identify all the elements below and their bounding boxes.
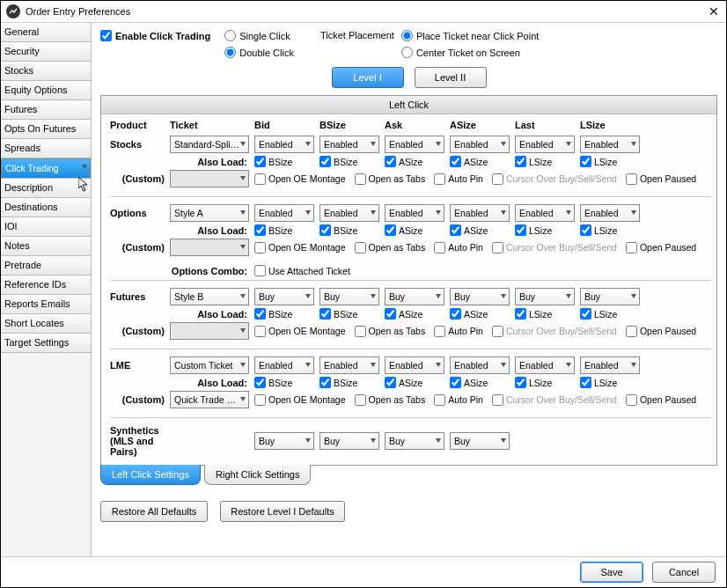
checkbox-asize[interactable]: ASize xyxy=(450,308,510,320)
select[interactable]: Enabled xyxy=(515,356,575,374)
checkbox-cursor-over-buy/sell/send[interactable]: Cursor Over Buy/Sell/Send xyxy=(492,242,617,254)
checkbox-open-oe-montage[interactable]: Open OE Montage xyxy=(254,394,346,406)
checkbox-open-oe-montage[interactable]: Open OE Montage xyxy=(254,173,346,185)
select[interactable]: Custom Ticket xyxy=(170,356,249,374)
select[interactable]: Standard-Spli… xyxy=(170,136,249,153)
tab-right-click[interactable]: Right Click Settings xyxy=(204,465,311,485)
select[interactable]: Enabled xyxy=(385,356,444,374)
save-button[interactable]: Save xyxy=(580,562,643,583)
checkbox-bsize[interactable]: BSize xyxy=(254,377,314,388)
checkbox-bsize[interactable]: BSize xyxy=(254,224,314,236)
select[interactable]: Enabled xyxy=(580,136,640,153)
sidebar-item-spreads[interactable]: Spreads xyxy=(1,139,91,158)
checkbox-asize[interactable]: ASize xyxy=(385,156,444,167)
checkbox-open-oe-montage[interactable]: Open OE Montage xyxy=(254,242,346,254)
sidebar-item-equity-options[interactable]: Equity Options xyxy=(1,81,91,100)
checkbox-lsize[interactable]: LSize xyxy=(515,377,575,388)
single-click-radio[interactable]: Single Click xyxy=(224,30,294,41)
checkbox-open-as-tabs[interactable]: Open as Tabs xyxy=(355,173,426,185)
select[interactable]: Enabled xyxy=(319,204,379,222)
select[interactable]: Buy xyxy=(319,432,379,450)
double-click-radio[interactable]: Double Click xyxy=(224,47,294,58)
checkbox-lsize[interactable]: LSize xyxy=(580,377,640,388)
checkbox-lsize[interactable]: LSize xyxy=(580,308,640,320)
select[interactable]: Style B xyxy=(170,288,249,305)
checkbox-asize[interactable]: ASize xyxy=(450,377,510,388)
select[interactable]: Enabled xyxy=(254,204,314,222)
select[interactable]: Enabled xyxy=(385,204,444,222)
select[interactable]: Enabled xyxy=(515,136,575,153)
sidebar-item-futures[interactable]: Futures xyxy=(1,100,91,120)
checkbox-cursor-over-buy/sell/send[interactable]: Cursor Over Buy/Sell/Send xyxy=(492,394,617,406)
checkbox-bsize[interactable]: BSize xyxy=(319,156,379,167)
checkbox-bsize[interactable]: BSize xyxy=(319,308,379,320)
enable-checkbox[interactable] xyxy=(100,30,112,41)
level-1-button[interactable]: Level I xyxy=(332,67,404,88)
sidebar-item-destinations[interactable]: Destinations xyxy=(1,198,91,217)
checkbox-bsize[interactable]: BSize xyxy=(319,377,379,388)
checkbox-open-paused[interactable]: Open Paused xyxy=(626,326,696,337)
checkbox-bsize[interactable]: BSize xyxy=(319,224,379,236)
checkbox-open-oe-montage[interactable]: Open OE Montage xyxy=(254,326,346,337)
sidebar-item-pretrade[interactable]: Pretrade xyxy=(1,256,91,276)
checkbox-lsize[interactable]: LSize xyxy=(515,224,575,236)
select[interactable]: Enabled xyxy=(450,356,510,374)
tab-left-click[interactable]: Left Click Settings xyxy=(100,465,201,485)
sidebar-item-target-settings[interactable]: Target Settings xyxy=(1,334,91,353)
checkbox-bsize[interactable]: BSize xyxy=(254,308,314,320)
select[interactable]: Buy xyxy=(580,288,640,305)
select[interactable]: Enabled xyxy=(254,136,314,153)
sidebar-item-ioi[interactable]: IOI xyxy=(1,217,91,237)
sidebar-item-notes[interactable]: Notes xyxy=(1,237,91,256)
select[interactable]: Buy xyxy=(254,432,314,450)
checkbox-lsize[interactable]: LSize xyxy=(515,308,575,320)
select[interactable]: Buy xyxy=(385,432,444,450)
checkbox-lsize[interactable]: LSize xyxy=(580,224,640,236)
checkbox-use-attached-ticket[interactable]: Use Attached Ticket xyxy=(254,265,640,276)
sidebar-item-description[interactable]: Description xyxy=(1,179,91,198)
checkbox-auto-pin[interactable]: Auto Pin xyxy=(434,173,483,185)
sidebar-item-reports-emails[interactable]: Reports Emails xyxy=(1,295,91,314)
checkbox-asize[interactable]: ASize xyxy=(450,156,510,167)
select[interactable]: Enabled xyxy=(319,356,379,374)
checkbox-open-as-tabs[interactable]: Open as Tabs xyxy=(355,394,426,406)
select[interactable]: Enabled xyxy=(385,136,444,153)
sidebar-item-reference-ids[interactable]: Reference IDs xyxy=(1,276,91,295)
checkbox-open-paused[interactable]: Open Paused xyxy=(626,394,696,406)
select[interactable]: Enabled xyxy=(254,356,314,374)
checkbox-cursor-over-buy/sell/send[interactable]: Cursor Over Buy/Sell/Send xyxy=(492,326,617,337)
select[interactable]: Quick Trade … xyxy=(170,391,249,408)
close-icon[interactable]: ✕ xyxy=(707,4,721,18)
select[interactable]: Style A xyxy=(170,204,249,222)
sidebar-item-short-locates[interactable]: Short Locates xyxy=(1,314,91,334)
level-2-button[interactable]: Level II xyxy=(415,67,487,88)
select[interactable]: Buy xyxy=(515,288,575,305)
sidebar-item-stocks[interactable]: Stocks xyxy=(1,62,91,81)
checkbox-asize[interactable]: ASize xyxy=(450,224,510,236)
select[interactable]: Enabled xyxy=(319,136,379,153)
select[interactable]: Buy xyxy=(450,432,510,450)
select[interactable]: Enabled xyxy=(450,204,510,222)
place-center-radio[interactable]: Center Ticket on Screen xyxy=(401,47,539,58)
checkbox-bsize[interactable]: BSize xyxy=(254,156,314,167)
checkbox-auto-pin[interactable]: Auto Pin xyxy=(434,326,483,337)
select[interactable]: Buy xyxy=(385,288,444,305)
select[interactable]: Enabled xyxy=(450,136,510,153)
cancel-button[interactable]: Cancel xyxy=(652,562,716,583)
checkbox-auto-pin[interactable]: Auto Pin xyxy=(434,394,483,406)
sidebar-item-click-trading[interactable]: Click Trading xyxy=(1,158,91,179)
checkbox-lsize[interactable]: LSize xyxy=(580,156,640,167)
sidebar-item-opts-on-futures[interactable]: Opts On Futures xyxy=(1,120,91,139)
checkbox-open-paused[interactable]: Open Paused xyxy=(626,173,696,185)
select[interactable]: Enabled xyxy=(580,204,640,222)
checkbox-asize[interactable]: ASize xyxy=(385,308,444,320)
select[interactable]: Buy xyxy=(254,288,314,305)
checkbox-open-paused[interactable]: Open Paused xyxy=(626,242,696,254)
restore-level-button[interactable]: Restore Level I Defaults xyxy=(220,501,345,522)
checkbox-lsize[interactable]: LSize xyxy=(515,156,575,167)
select[interactable]: Enabled xyxy=(515,204,575,222)
sidebar-item-general[interactable]: General xyxy=(1,23,91,42)
enable-click-trading[interactable]: Enable Click Trading xyxy=(100,30,210,41)
select[interactable]: Buy xyxy=(450,288,510,305)
checkbox-asize[interactable]: ASize xyxy=(385,224,444,236)
